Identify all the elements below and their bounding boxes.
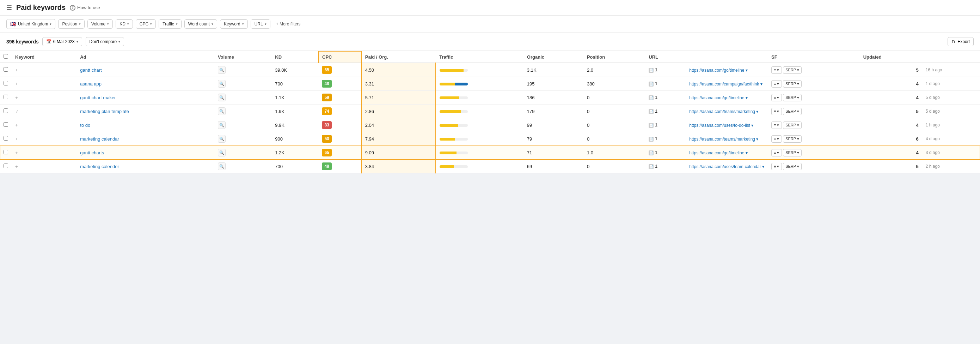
country-filter[interactable]: 🇬🇧 United Kingdom ▾ [6,19,55,29]
traffic-cell: 69 [523,160,584,173]
keyword-cell: gantt chart [76,63,214,77]
search-icon-btn[interactable]: 🔍 [218,107,226,115]
row-checkbox[interactable] [3,163,8,168]
row-checkbox[interactable] [3,136,8,141]
export-button[interactable]: 🗋 Export [948,37,974,46]
actions-button[interactable]: ≡ ▾ [771,66,781,74]
keyword-cell: gantt charts [76,146,214,160]
url-filter[interactable]: URL ▾ [251,19,270,29]
url-link[interactable]: https://asana.com/teams/marketing ▾ [689,109,758,114]
page-icon: 📄 [649,82,654,86]
updated-cell: 2 h ago [922,160,980,173]
keyword-link[interactable]: gantt chart maker [80,95,116,100]
cpc-filter[interactable]: CPC ▾ [136,19,156,29]
serp-button[interactable]: SERP ▾ [783,108,802,115]
chevron-down-icon: ▾ [150,22,152,26]
chevron-down-icon: ▾ [107,22,109,26]
more-filters-button[interactable]: + More filters [273,20,304,28]
cpc-cell: 2.04 [361,118,436,132]
date-picker-button[interactable]: 📅 6 Mar 2023 ▾ [42,37,82,46]
actions-button[interactable]: ≡ ▾ [771,122,781,129]
serp-button[interactable]: SERP ▾ [783,149,802,157]
url-link[interactable]: https://asana.com/uses/team-calendar ▾ [689,164,764,169]
keyword-filter[interactable]: Keyword ▾ [220,19,248,29]
position-col-header: Position [584,51,645,63]
add-cell: ✓ [12,104,76,118]
url-link[interactable]: https://asana.com/go/timeline ▾ [689,150,747,155]
url-link[interactable]: https://asana.com/teams/marketing ▾ [689,137,758,142]
row-checkbox[interactable] [3,109,8,113]
position-value: 1 [655,122,657,128]
volume-cell: 1.2K [271,146,318,160]
keyword-link[interactable]: gantt charts [80,150,104,155]
row-checkbox[interactable] [3,67,8,72]
serp-button[interactable]: SERP ▾ [783,80,802,88]
ad-cell: 🔍 [214,63,271,77]
kd-filter[interactable]: KD ▾ [116,19,133,29]
row-checkbox[interactable] [3,81,8,85]
word-count-filter[interactable]: Word count ▾ [185,19,217,29]
menu-icon[interactable]: ☰ [6,4,12,12]
actions-button[interactable]: ≡ ▾ [771,94,781,101]
serp-button[interactable]: SERP ▾ [783,163,802,170]
actions-button[interactable]: ≡ ▾ [771,149,781,157]
select-all-header [0,51,12,63]
select-all-checkbox[interactable] [3,54,8,59]
serp-button[interactable]: SERP ▾ [783,66,802,74]
kd-label: KD [119,22,126,27]
keyword-link[interactable]: asana app [80,81,102,86]
paid-org-cell [436,132,523,146]
keyword-link[interactable]: gantt chart [80,67,102,73]
keyword-count: 396 keywords [6,39,39,45]
how-to-use-link[interactable]: ? How to use [70,5,100,11]
keyword-link[interactable]: marketing plan template [80,109,129,114]
search-icon-btn[interactable]: 🔍 [218,121,226,129]
search-icon-btn[interactable]: 🔍 [218,162,226,170]
volume-filter[interactable]: Volume ▾ [88,19,113,29]
help-icon: ? [70,5,75,11]
paid-org-cell [436,104,523,118]
actions-button[interactable]: ≡ ▾ [771,108,781,115]
actions-button[interactable]: ≡ ▾ [771,163,781,170]
url-link[interactable]: https://asana.com/uses/to-do-list ▾ [689,123,753,128]
search-icon-btn[interactable]: 🔍 [218,66,226,74]
actions-button[interactable]: ≡ ▾ [771,80,781,88]
row-checkbox[interactable] [3,150,8,154]
serp-button[interactable]: SERP ▾ [783,135,802,143]
actions-button[interactable]: ≡ ▾ [771,135,781,143]
volume-label: Volume [91,22,105,27]
table-header-row: Keyword Ad Volume KD CPC Paid / Org. Tra… [0,51,980,63]
keyword-link[interactable]: marketing calendar [80,136,119,142]
table-controls-left: 396 keywords 📅 6 Mar 2023 ▾ Don't compar… [6,37,124,46]
url-link[interactable]: https://asana.com/go/timeline ▾ [689,95,747,100]
table-row: + marketing calender 🔍 700 48 3.84 69 0 … [0,160,980,173]
position-filter[interactable]: Position ▾ [58,19,84,29]
export-icon: 🗋 [951,39,956,44]
row-checkbox[interactable] [3,94,8,99]
keyword-link[interactable]: to do [80,123,90,128]
row-checkbox[interactable] [3,122,8,127]
cpc-label: CPC [140,22,148,27]
compare-button[interactable]: Don't compare ▾ [86,37,124,46]
organic-cell: 0 [584,132,645,146]
search-icon-btn[interactable]: 🔍 [218,135,226,143]
updated-cell: 1 h ago [922,118,980,132]
serp-button[interactable]: SERP ▾ [783,94,802,101]
search-icon-btn[interactable]: 🔍 [218,94,226,101]
organic-cell: 2.0 [584,63,645,77]
url-link[interactable]: https://asana.com/go/timeline ▾ [689,68,747,73]
page-icon: 📄 [649,137,654,142]
traffic-filter[interactable]: Traffic ▾ [159,19,181,29]
serp-button[interactable]: SERP ▾ [783,122,802,129]
keyword-link[interactable]: marketing calender [80,164,119,169]
url-link[interactable]: https://asana.com/campaign/fac/think ▾ [689,82,762,86]
kd-cell: 74 [318,104,361,118]
kd-badge: 74 [322,107,332,115]
search-icon-btn[interactable]: 🔍 [218,80,226,88]
traffic-cell: 195 [523,77,584,91]
paid-org-cell [436,77,523,91]
search-icon-btn[interactable]: 🔍 [218,149,226,157]
chevron-down-icon: ▾ [79,22,81,26]
updated-cell: 5 d ago [922,91,980,104]
word-count-label: Word count [188,22,210,27]
